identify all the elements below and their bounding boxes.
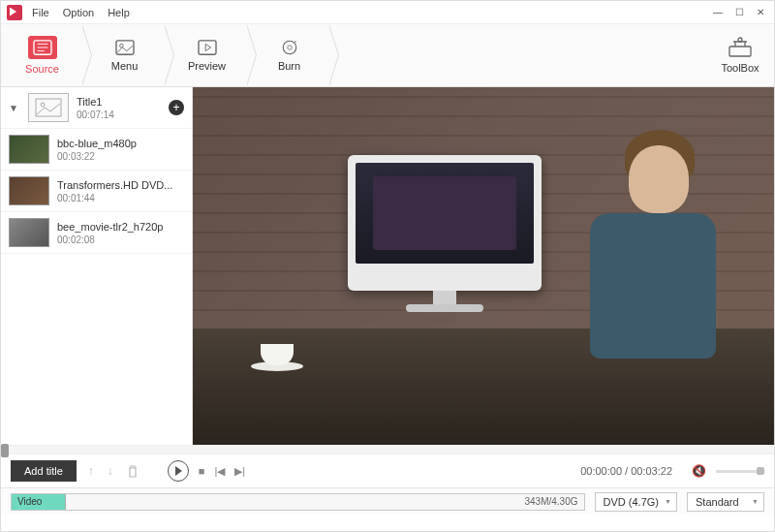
step-preview[interactable]: Preview — [166, 24, 248, 87]
menu-file[interactable]: File — [32, 7, 49, 18]
minimize-button[interactable]: — — [710, 7, 726, 18]
clip-duration: 00:03:22 — [57, 151, 184, 162]
move-down-button[interactable]: ↓ — [108, 464, 113, 478]
video-preview[interactable] — [193, 87, 774, 445]
menu-icon — [114, 39, 136, 56]
svg-point-10 — [294, 41, 296, 43]
preview-pane — [193, 87, 774, 445]
title-list: ▼ Title1 00:07:14 + bbc-blue_m480p 00:03… — [1, 87, 193, 445]
step-burn[interactable]: Burn — [248, 24, 330, 87]
add-title-button[interactable]: Add title — [11, 460, 77, 482]
clip-name: bbc-blue_m480p — [57, 138, 184, 149]
play-icon — [175, 466, 182, 476]
volume-slider[interactable] — [716, 470, 764, 473]
stop-button[interactable]: ■ — [199, 465, 205, 477]
step-burn-label: Burn — [278, 60, 300, 72]
disc-usage-track: Video 343M/4.30G — [11, 493, 585, 511]
time-display: 00:00:00 / 00:03:22 — [580, 465, 672, 477]
svg-rect-11 — [729, 47, 751, 56]
delete-button[interactable] — [127, 465, 139, 478]
title-thumb — [28, 93, 69, 122]
clip-name: bee_movie-tlr2_h720p — [57, 221, 184, 233]
menu-option[interactable]: Option — [63, 7, 94, 18]
toolbox-icon — [728, 37, 753, 58]
svg-rect-6 — [199, 41, 216, 54]
close-button[interactable]: ✕ — [753, 7, 768, 18]
step-menu[interactable]: Menu — [83, 24, 166, 87]
list-item[interactable]: Transformers.HD DVD... 00:01:44 — [1, 171, 192, 212]
clip-thumb — [9, 135, 49, 164]
toolbox-button[interactable]: ToolBox — [706, 37, 774, 74]
trash-icon — [127, 465, 139, 478]
play-button[interactable] — [168, 460, 189, 482]
preview-icon — [197, 39, 218, 56]
svg-point-5 — [119, 44, 123, 47]
move-up-button[interactable]: ↑ — [88, 464, 94, 478]
clip-duration: 00:01:44 — [57, 193, 184, 203]
volume-icon[interactable]: 🔇 — [692, 464, 706, 478]
list-item[interactable]: bbc-blue_m480p 00:03:22 — [1, 129, 192, 171]
svg-point-12 — [738, 38, 742, 42]
volume-handle[interactable] — [757, 467, 764, 475]
clip-thumb — [9, 176, 49, 205]
title-name: Title1 — [77, 96, 161, 108]
step-menu-label: Menu — [111, 60, 139, 72]
title-header-row[interactable]: ▼ Title1 00:07:14 + — [1, 87, 192, 129]
step-source-label: Source — [25, 63, 59, 75]
toolbox-label: ToolBox — [721, 62, 759, 74]
add-clip-button[interactable]: + — [169, 100, 184, 115]
title-duration: 00:07:14 — [77, 110, 161, 120]
source-icon — [32, 39, 53, 56]
clip-name: Transformers.HD DVD... — [57, 179, 184, 191]
clip-thumb — [9, 218, 49, 247]
step-preview-label: Preview — [188, 60, 226, 72]
maximize-button[interactable]: ☐ — [731, 7, 747, 18]
menu-help[interactable]: Help — [108, 7, 130, 18]
burn-icon — [279, 39, 300, 56]
svg-point-9 — [287, 46, 292, 50]
svg-point-8 — [283, 41, 296, 54]
app-logo — [7, 5, 22, 20]
seek-bar[interactable] — [1, 445, 774, 454]
video-segment: Video — [12, 494, 66, 510]
disc-type-dropdown[interactable]: DVD (4.7G) — [595, 492, 677, 512]
quality-dropdown[interactable]: Standard — [687, 492, 764, 512]
svg-point-14 — [41, 103, 45, 107]
step-source[interactable]: Source — [1, 24, 83, 87]
chevron-down-icon[interactable]: ▼ — [9, 103, 20, 113]
svg-rect-13 — [36, 99, 61, 116]
svg-marker-7 — [205, 44, 210, 50]
clip-duration: 00:02:08 — [57, 235, 184, 245]
size-label: 343M/4.30G — [524, 496, 577, 507]
seek-handle[interactable] — [1, 444, 9, 457]
next-button[interactable]: ▶| — [234, 465, 245, 478]
prev-button[interactable]: |◀ — [214, 465, 225, 478]
list-item[interactable]: bee_movie-tlr2_h720p 00:02:08 — [1, 212, 192, 254]
